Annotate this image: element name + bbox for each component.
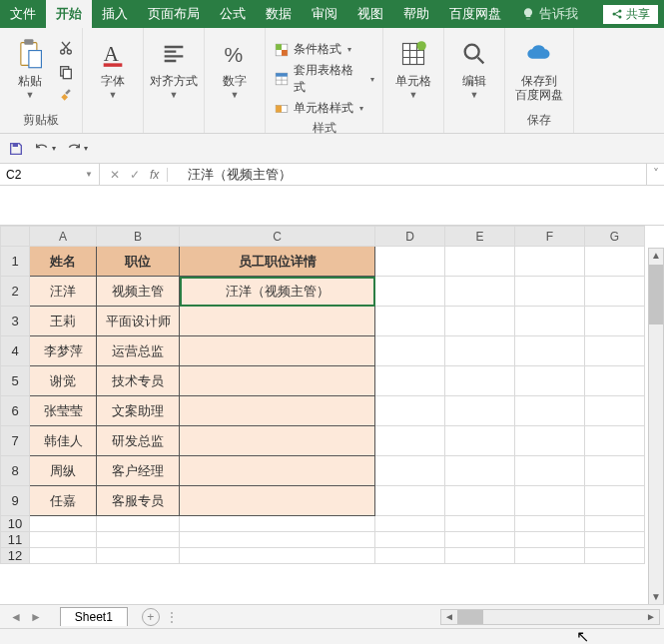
tab-data[interactable]: 数据 xyxy=(256,0,302,28)
cell[interactable]: 张莹莹 xyxy=(30,396,97,426)
tab-file[interactable]: 文件 xyxy=(0,0,46,28)
col-header[interactable]: C xyxy=(180,227,375,247)
cell[interactable] xyxy=(585,336,645,366)
save-baidu-button[interactable]: 保存到百度网盘 xyxy=(511,34,567,102)
add-sheet-button[interactable]: + xyxy=(142,608,160,626)
cell[interactable]: 任嘉 xyxy=(30,486,97,516)
cell[interactable] xyxy=(445,456,515,486)
cell[interactable] xyxy=(445,396,515,426)
col-header[interactable]: B xyxy=(97,227,180,247)
cell[interactable] xyxy=(515,486,585,516)
col-header[interactable]: E xyxy=(445,227,515,247)
cell[interactable] xyxy=(180,426,375,456)
sheet-nav-prev[interactable]: ◄ xyxy=(10,610,22,624)
cancel-formula-button[interactable]: ✕ xyxy=(110,168,120,182)
fx-button[interactable]: fx xyxy=(150,168,168,182)
row-header[interactable]: 7 xyxy=(1,426,30,456)
copy-button[interactable] xyxy=(56,62,76,82)
cell[interactable] xyxy=(585,307,645,336)
row-header[interactable]: 8 xyxy=(1,456,30,486)
cell[interactable] xyxy=(375,548,445,564)
row-header[interactable]: 1 xyxy=(1,247,30,277)
tab-view[interactable]: 视图 xyxy=(347,0,393,28)
sheet-tab[interactable]: Sheet1 xyxy=(60,607,128,626)
cell[interactable] xyxy=(585,247,645,277)
scroll-thumb[interactable] xyxy=(457,610,483,624)
cell[interactable]: 技术专员 xyxy=(97,366,180,396)
tab-tell-me[interactable]: 告诉我 xyxy=(511,0,588,28)
cell[interactable] xyxy=(515,396,585,426)
row-header[interactable]: 12 xyxy=(1,548,30,564)
cell[interactable]: 汪洋 xyxy=(30,277,97,307)
row-header[interactable]: 5 xyxy=(1,366,30,396)
cell[interactable] xyxy=(375,396,445,426)
cell[interactable] xyxy=(375,336,445,366)
cell[interactable]: 谢觉 xyxy=(30,366,97,396)
cell[interactable] xyxy=(515,336,585,366)
row-header[interactable]: 6 xyxy=(1,396,30,426)
cell[interactable] xyxy=(585,396,645,426)
cell[interactable]: 文案助理 xyxy=(97,396,180,426)
cell[interactable] xyxy=(515,548,585,564)
cell[interactable] xyxy=(515,366,585,396)
row-header[interactable]: 3 xyxy=(1,307,30,336)
col-header[interactable]: G xyxy=(585,227,645,247)
paste-button[interactable]: 粘贴 ▼ xyxy=(6,34,54,100)
scroll-right-button[interactable]: ► xyxy=(643,611,659,622)
cell[interactable] xyxy=(585,548,645,564)
cell[interactable] xyxy=(445,548,515,564)
cell[interactable] xyxy=(585,486,645,516)
name-box[interactable]: C2▼ xyxy=(0,164,100,185)
save-button[interactable] xyxy=(8,141,24,157)
sheet-bar-grip[interactable]: ⋮ xyxy=(166,610,178,624)
cell[interactable] xyxy=(375,366,445,396)
cell[interactable] xyxy=(375,456,445,486)
format-painter-button[interactable] xyxy=(56,86,76,106)
cell[interactable]: 研发总监 xyxy=(97,426,180,456)
vertical-scrollbar[interactable]: ▲ ▼ xyxy=(648,248,664,607)
cell[interactable] xyxy=(445,336,515,366)
cell[interactable] xyxy=(180,307,375,336)
cell[interactable] xyxy=(445,307,515,336)
cell[interactable] xyxy=(180,486,375,516)
cell[interactable] xyxy=(375,277,445,307)
row-header[interactable]: 10 xyxy=(1,516,30,532)
align-button[interactable]: 对齐方式 ▼ xyxy=(150,34,198,100)
accept-formula-button[interactable]: ✓ xyxy=(130,168,140,182)
cell[interactable] xyxy=(180,396,375,426)
tab-home[interactable]: 开始 xyxy=(46,0,92,28)
cell[interactable] xyxy=(375,426,445,456)
cell[interactable] xyxy=(445,486,515,516)
cell[interactable] xyxy=(375,486,445,516)
number-button[interactable]: % 数字 ▼ xyxy=(211,34,259,100)
formula-input[interactable]: 汪洋（视频主管） xyxy=(182,166,646,184)
horizontal-scrollbar[interactable]: ◄ ► xyxy=(440,609,660,625)
cell-active[interactable]: 汪洋（视频主管） xyxy=(180,277,375,307)
row-header[interactable]: 4 xyxy=(1,336,30,366)
cell[interactable] xyxy=(30,516,97,532)
cell[interactable] xyxy=(180,548,375,564)
cell[interactable] xyxy=(180,532,375,548)
sheet-nav-next[interactable]: ► xyxy=(30,610,42,624)
cell[interactable] xyxy=(585,456,645,486)
conditional-format-button[interactable]: 条件格式▾ xyxy=(272,40,376,59)
scroll-left-button[interactable]: ◄ xyxy=(441,611,457,622)
tab-insert[interactable]: 插入 xyxy=(92,0,138,28)
cell[interactable]: 客户经理 xyxy=(97,456,180,486)
cell[interactable] xyxy=(97,532,180,548)
cell[interactable]: 客服专员 xyxy=(97,486,180,516)
cell[interactable]: 视频主管 xyxy=(97,277,180,307)
cell[interactable] xyxy=(30,532,97,548)
col-header[interactable]: D xyxy=(375,227,445,247)
scroll-up-button[interactable]: ▲ xyxy=(649,249,663,265)
worksheet[interactable]: A B C D E F G 1 姓名 职位 员工职位详情 2 汪洋 视频主管 汪… xyxy=(0,226,645,587)
row-header[interactable]: 9 xyxy=(1,486,30,516)
cell[interactable] xyxy=(180,366,375,396)
cell[interactable] xyxy=(97,516,180,532)
cell[interactable] xyxy=(515,532,585,548)
row-header[interactable]: 11 xyxy=(1,532,30,548)
tab-layout[interactable]: 页面布局 xyxy=(138,0,210,28)
cell[interactable] xyxy=(515,247,585,277)
cell[interactable] xyxy=(585,277,645,307)
cell[interactable] xyxy=(515,456,585,486)
